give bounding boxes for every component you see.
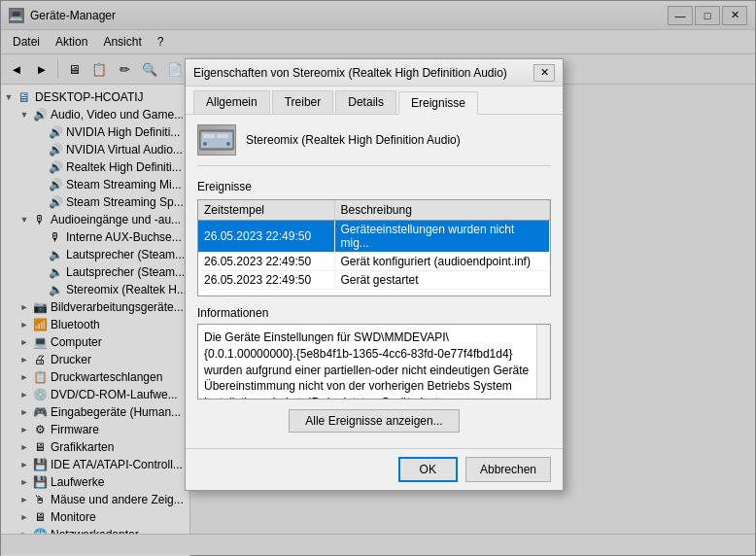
tab-details[interactable]: Details: [335, 90, 396, 114]
tab-allgemein[interactable]: Allgemein: [193, 90, 270, 114]
event-row-3[interactable]: 26.05.2023 22:49:50 Gerät gestartet: [198, 271, 550, 290]
col-zeitstempel: Zeitstempel: [198, 200, 334, 221]
svg-rect-2: [203, 134, 215, 138]
svg-rect-3: [217, 134, 228, 138]
dialog-title: Eigenschaften von Stereomix (Realtek Hig…: [193, 66, 528, 80]
event-1-desc: Geräteeinstellungen wurden nicht mig...: [334, 221, 550, 253]
ok-button[interactable]: OK: [398, 457, 458, 482]
show-all-events-button[interactable]: Alle Ereignisse anzeigen...: [289, 409, 459, 433]
tab-ereignisse[interactable]: Ereignisse: [398, 91, 478, 115]
info-box: Die Geräte Einstellungen für SWD\MMDEVAP…: [197, 324, 551, 400]
events-table-container[interactable]: Zeitstempel Beschreibung 26.05.2023 22:4…: [197, 199, 551, 296]
device-header: Stereomix (Realtek High Definition Audio…: [197, 124, 551, 166]
event-row-2[interactable]: 26.05.2023 22:49:50 Gerät konfiguriert (…: [198, 253, 550, 271]
svg-point-4: [203, 142, 207, 146]
event-3-desc: Gerät gestartet: [334, 271, 550, 290]
events-section-label: Ereignisse: [197, 180, 551, 193]
event-row-1[interactable]: 26.05.2023 22:49:50 Geräteeinstellungen …: [198, 221, 550, 253]
show-events-btn-container: Alle Ereignisse anzeigen...: [197, 409, 551, 433]
info-label: Informationen: [197, 306, 551, 320]
dialog-title-bar: Eigenschaften von Stereomix (Realtek Hig…: [186, 59, 563, 87]
dialog-tabs: Allgemein Treiber Details Ereignisse: [186, 87, 563, 115]
info-scrollbar[interactable]: [536, 325, 550, 399]
col-beschreibung: Beschreibung: [334, 200, 550, 221]
svg-point-5: [226, 142, 230, 146]
device-name: Stereomix (Realtek High Definition Audio…: [246, 133, 461, 147]
event-2-desc: Gerät konfiguriert (audioendpoint.inf): [334, 253, 550, 271]
event-1-timestamp: 26.05.2023 22:49:50: [198, 221, 334, 253]
event-2-timestamp: 26.05.2023 22:49:50: [198, 253, 334, 271]
device-icon: [197, 124, 236, 156]
events-table: Zeitstempel Beschreibung 26.05.2023 22:4…: [198, 200, 550, 290]
tab-treiber[interactable]: Treiber: [272, 90, 334, 114]
properties-dialog: Eigenschaften von Stereomix (Realtek Hig…: [185, 58, 564, 491]
info-text: Die Geräte Einstellungen für SWD\MMDEVAP…: [204, 330, 544, 400]
dialog-footer: OK Abbrechen: [186, 448, 563, 490]
dialog-body: Stereomix (Realtek High Definition Audio…: [186, 115, 563, 448]
event-3-timestamp: 26.05.2023 22:49:50: [198, 271, 334, 290]
dialog-overlay: Eigenschaften von Stereomix (Realtek Hig…: [0, 0, 756, 556]
cancel-button[interactable]: Abbrechen: [465, 457, 551, 482]
dialog-close-button[interactable]: ✕: [533, 64, 555, 82]
